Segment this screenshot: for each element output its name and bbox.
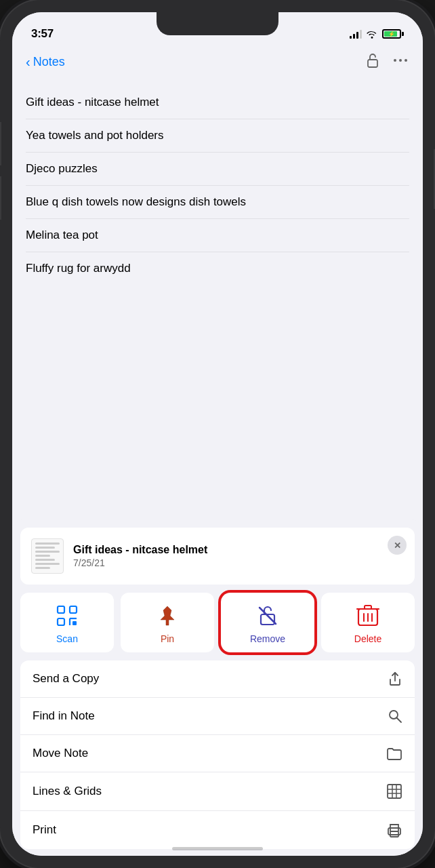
print-label: Print	[33, 823, 56, 837]
send-copy-menu-item[interactable]: Send a Copy	[20, 660, 415, 698]
scan-icon	[55, 604, 79, 628]
svg-point-2	[399, 59, 402, 62]
more-icon	[392, 52, 409, 69]
pin-label: Pin	[161, 633, 174, 644]
svg-rect-25	[390, 831, 398, 837]
status-time: 3:57	[31, 27, 54, 41]
lines-grids-menu-item[interactable]: Lines & Grids	[20, 772, 415, 811]
search-icon	[388, 709, 402, 724]
delete-label: Delete	[354, 633, 381, 644]
svg-point-27	[397, 831, 398, 832]
action-buttons-row: Scan Pin Remove	[12, 585, 423, 660]
unlock-button[interactable]	[365, 52, 381, 73]
svg-point-1	[394, 59, 396, 62]
more-button[interactable]	[392, 52, 409, 73]
list-item[interactable]: Yea towels and pot holders	[26, 119, 409, 153]
svg-rect-5	[70, 606, 77, 613]
svg-rect-14	[365, 606, 371, 609]
back-label[interactable]: Notes	[33, 55, 65, 69]
bottom-sheet: Gift ideas - nitcase helmet 7/25/21 ✕	[12, 519, 423, 856]
grid-icon	[386, 783, 402, 800]
find-in-note-label: Find in Note	[33, 709, 95, 723]
list-item[interactable]: Melina tea pot	[26, 219, 409, 252]
svg-rect-6	[58, 618, 64, 625]
scan-label: Scan	[56, 633, 78, 644]
home-indicator	[172, 847, 263, 850]
list-item[interactable]: Blue q dish towels now designs dish towe…	[26, 186, 409, 219]
battery-icon: ⚡	[382, 29, 404, 39]
lines-grids-label: Lines & Grids	[33, 785, 102, 798]
svg-rect-4	[58, 606, 64, 613]
svg-line-11	[260, 608, 276, 624]
list-item[interactable]: Fluffy rug for arwydd	[26, 252, 409, 285]
delete-icon	[356, 604, 379, 628]
note-preview-header: Gift ideas - nitcase helmet 7/25/21 ✕	[20, 528, 415, 585]
svg-point-3	[405, 59, 407, 62]
print-menu-item[interactable]: Print	[20, 811, 415, 849]
svg-rect-0	[368, 60, 377, 67]
nav-actions	[365, 52, 409, 73]
status-icons: ⚡	[350, 29, 404, 39]
share-icon	[388, 671, 402, 686]
svg-rect-9	[72, 621, 77, 625]
signal-icon	[350, 29, 362, 39]
back-chevron-icon: ‹	[26, 54, 30, 70]
navigation-bar: ‹ Notes	[12, 46, 423, 79]
print-icon	[386, 822, 402, 838]
send-copy-label: Send a Copy	[33, 672, 99, 686]
note-preview-title: Gift ideas - nitcase helmet	[73, 544, 404, 556]
list-item[interactable]: Djeco puzzles	[26, 153, 409, 186]
folder-icon	[386, 746, 402, 761]
svg-rect-20	[388, 785, 401, 798]
pin-icon	[155, 604, 180, 628]
delete-button[interactable]: Delete	[321, 593, 415, 652]
remove-lock-icon	[255, 604, 280, 628]
list-item[interactable]: Gift ideas - nitcase helmet	[26, 86, 409, 119]
move-note-label: Move Note	[33, 747, 88, 760]
find-in-note-menu-item[interactable]: Find in Note	[20, 698, 415, 735]
scan-button[interactable]: Scan	[20, 593, 114, 652]
back-button[interactable]: ‹ Notes	[26, 54, 65, 70]
note-thumbnail	[31, 538, 64, 574]
unlock-icon	[365, 52, 381, 68]
menu-section: Send a Copy Find in Note Move Note	[20, 660, 415, 849]
note-preview-info: Gift ideas - nitcase helmet 7/25/21	[73, 544, 404, 568]
remove-label: Remove	[250, 633, 285, 644]
remove-button[interactable]: Remove	[221, 593, 314, 652]
notes-list: Gift ideas - nitcase helmet Yea towels a…	[12, 79, 423, 292]
wifi-icon	[366, 29, 378, 39]
note-preview-date: 7/25/21	[73, 557, 404, 568]
move-note-menu-item[interactable]: Move Note	[20, 735, 415, 772]
pin-button[interactable]: Pin	[121, 593, 214, 652]
svg-line-19	[397, 718, 402, 723]
close-button[interactable]: ✕	[388, 536, 407, 555]
